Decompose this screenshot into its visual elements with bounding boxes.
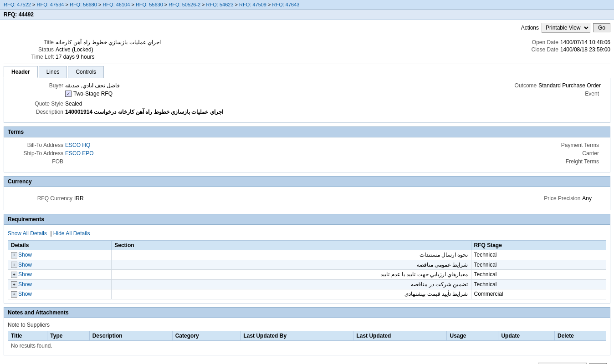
open-date-label: Open Date xyxy=(508,39,558,46)
show-link[interactable]: Show xyxy=(18,252,32,258)
description-field: Description اجراي عمليات بازسازي خطوط را… xyxy=(13,109,307,115)
fob-field: FOB xyxy=(13,158,307,165)
close-date-label: Close Date xyxy=(508,46,558,53)
tab-controls[interactable]: Controls xyxy=(68,66,104,78)
show-all-link[interactable]: Show All Details xyxy=(8,230,47,237)
status-field: Status Active (Locked) xyxy=(4,46,161,53)
no-results-text: No results found. xyxy=(8,340,606,351)
notes-section-header: Notes and Attachments xyxy=(4,307,610,318)
req-section-cell: نحوه ارسال مستندات xyxy=(112,250,471,260)
show-link[interactable]: Show xyxy=(18,281,32,288)
nav-link-5[interactable]: RFQ: 50526-2 xyxy=(169,2,200,7)
actions-label-top: Actions xyxy=(521,25,539,31)
col-category: Category xyxy=(172,331,240,340)
col-details: Details xyxy=(8,241,112,250)
nav-link-8[interactable]: RFQ: 47643 xyxy=(272,2,300,7)
nav-link-3[interactable]: RFQ: 46104 xyxy=(102,2,130,7)
plus-button[interactable]: + xyxy=(11,291,17,298)
table-row: +Showشرایط تأیید قیمت پیشنهادیCommercial xyxy=(8,289,606,299)
top-nav: RFQ: 47522 > RFQ: 47534 > RFQ: 56680 > R… xyxy=(0,0,614,10)
req-section-cell: تضمین شرکت در مناقصه xyxy=(112,279,471,289)
col-last-updated-by: Last Updated By xyxy=(240,331,353,340)
buyer-row: Buyer فاضل نجف ابادي, صديقه ✓ Two-Stage … xyxy=(13,82,601,115)
nav-link-7[interactable]: RFQ: 47509 xyxy=(239,2,266,7)
currency-form-section: RFQ Currency IRR Price Precision Any xyxy=(4,187,610,210)
ship-to-value: ESCO EPO xyxy=(65,150,94,157)
notes-section: Note to Suppliers Title Type Description… xyxy=(4,318,610,355)
req-section-cell: معيارهاي ارزيابي جهت تاييد يا عدم تاييد xyxy=(112,270,471,280)
table-row: +Showتضمین شرکت در مناقصهTechnical xyxy=(8,279,606,289)
nav-link-6[interactable]: RFQ: 54623 xyxy=(206,2,234,7)
printable-view-select-bottom[interactable]: Printable View xyxy=(538,363,587,364)
buyer-left-col: Buyer فاضل نجف ابادي, صديقه ✓ Two-Stage … xyxy=(13,82,307,115)
hide-all-link[interactable]: Hide All Details xyxy=(53,230,90,237)
go-button-top[interactable]: Go xyxy=(593,23,610,32)
plus-button[interactable]: + xyxy=(11,281,17,288)
col-delete: Delete xyxy=(555,331,606,340)
plus-button[interactable]: + xyxy=(11,252,17,258)
requirements-section: Show All Details | Hide All Details Deta… xyxy=(4,225,610,303)
open-date-value: 1400/07/14 10:48:06 xyxy=(560,39,610,46)
title-value: اجراي عمليات بازسازي خطوط راه آهن كارخان… xyxy=(56,39,161,46)
rfq-currency-label: RFQ Currency xyxy=(22,195,72,202)
time-left-value: 17 days 9 hours xyxy=(56,54,94,60)
req-details-cell: +Show xyxy=(8,289,112,299)
col-section: Section xyxy=(112,241,471,250)
buyer-field: Buyer فاضل نجف ابادي, صديقه xyxy=(13,82,307,89)
table-row: +Showنحوه ارسال مستنداتTechnical xyxy=(8,250,606,260)
tab-header[interactable]: Header xyxy=(4,66,38,78)
nav-link-1[interactable]: RFQ: 47534 xyxy=(36,2,64,7)
buyer-label: Buyer xyxy=(13,82,63,89)
req-section-cell: شرایط عمومی مناقصه xyxy=(112,260,471,270)
buyer-value: فاضل نجف ابادي, صديقه xyxy=(65,82,120,89)
bill-to-link[interactable]: ESCO HQ xyxy=(65,142,90,148)
show-link[interactable]: Show xyxy=(18,262,32,268)
currency-left-col: RFQ Currency IRR xyxy=(22,195,307,202)
printable-view-select-top[interactable]: Printable View xyxy=(542,23,590,33)
rfq-title-bar: RFQ: 44492 xyxy=(0,10,614,20)
show-link[interactable]: Show xyxy=(18,291,32,297)
plus-button[interactable]: + xyxy=(11,262,17,268)
ship-to-field: Ship-To Address ESCO EPO xyxy=(13,150,307,157)
ship-to-link[interactable]: ESCO EPO xyxy=(65,150,94,157)
nav-link-0[interactable]: RFQ: 47522 xyxy=(4,2,31,7)
status-value: Active (Locked) xyxy=(56,46,93,53)
rfq-title: RFQ: 44492 xyxy=(4,11,34,18)
bottom-bar: Return to RFQ: 47643 Actions Printable V… xyxy=(4,359,610,364)
terms-right-col: Payment Terms Carrier Freight Terms xyxy=(307,142,601,165)
freight-terms-field: Freight Terms xyxy=(549,158,601,165)
bill-to-label: Bill-To Address xyxy=(13,142,63,148)
rfq-currency-field: RFQ Currency IRR xyxy=(22,195,307,202)
fob-label: FOB xyxy=(13,158,63,165)
ship-to-label: Ship-To Address xyxy=(13,150,63,157)
show-link[interactable]: Show xyxy=(18,271,32,278)
req-stage-cell: Technical xyxy=(471,250,606,260)
attachments-table: Title Type Description Category Last Upd… xyxy=(8,331,606,351)
tab-lines[interactable]: Lines xyxy=(39,66,67,78)
bill-to-field: Bill-To Address ESCO HQ xyxy=(13,142,307,148)
event-field: Event xyxy=(549,91,601,97)
plus-button[interactable]: + xyxy=(11,272,17,278)
quote-style-field: Quote Style Sealed xyxy=(13,101,307,107)
outcome-right-col: Outcome Standard Purchase Order Event xyxy=(307,82,601,115)
time-left-field: Time Left 17 days 9 hours xyxy=(4,54,161,60)
nav-link-2[interactable]: RFQ: 56680 xyxy=(70,2,97,7)
main-content: Title اجراي عمليات بازسازي خطوط راه آهن … xyxy=(0,35,614,364)
table-row: +Showمعيارهاي ارزيابي جهت تاييد يا عدم ت… xyxy=(8,270,606,280)
freight-terms-label: Freight Terms xyxy=(549,158,599,165)
table-row: +Showشرایط عمومی مناقصهTechnical xyxy=(8,260,606,270)
outcome-label: Outcome xyxy=(486,82,537,89)
open-date-field: Open Date 1400/07/14 10:48:06 xyxy=(508,39,610,46)
req-section-cell: شرایط تأیید قیمت پیشنهادی xyxy=(112,289,471,299)
price-precision-field: Price Precision Any xyxy=(530,195,592,202)
nav-link-4[interactable]: RFQ: 55630 xyxy=(136,2,163,7)
two-stage-label: Two-Stage RFQ xyxy=(73,91,113,97)
two-stage-row: ✓ Two-Stage RFQ xyxy=(65,91,307,97)
title-label: Title xyxy=(4,39,54,46)
req-stage-cell: Technical xyxy=(471,279,606,289)
header-info-grid: Title اجراي عمليات بازسازي خطوط راه آهن … xyxy=(4,35,610,64)
buyer-form-section: Buyer فاضل نجف ابادي, صديقه ✓ Two-Stage … xyxy=(4,78,610,123)
terms-section-header: Terms xyxy=(4,126,610,137)
event-label: Event xyxy=(549,91,599,97)
time-left-label: Time Left xyxy=(4,54,54,60)
